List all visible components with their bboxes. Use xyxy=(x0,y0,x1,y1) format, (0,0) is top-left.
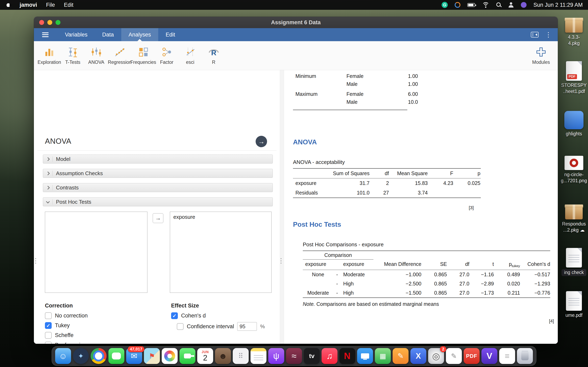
dock-item-apple-tv[interactable]: tv xyxy=(304,348,320,364)
posthoc-selected-listbox[interactable]: exposure xyxy=(170,212,272,293)
anova-button[interactable]: ANOVA xyxy=(85,41,108,70)
posthoc-available-listbox[interactable] xyxy=(45,212,147,293)
toolbar-label: R xyxy=(212,59,215,65)
dock-item-launchpad[interactable]: ⠿ xyxy=(233,348,249,364)
dock-item-maps[interactable]: ⚑ xyxy=(144,348,160,364)
checkbox-row-tukey[interactable]: ✓ Tukey xyxy=(45,322,70,329)
checkbox-unchecked[interactable] xyxy=(177,323,183,330)
checkbox-row-no-correction[interactable]: No correction xyxy=(45,312,88,319)
dock-item-safari[interactable]: ✦ xyxy=(73,348,89,364)
section-post-hoc-tests[interactable]: Post Hoc Tests xyxy=(43,197,273,206)
checkbox-row-cohens-d[interactable]: ✓ Cohen's d xyxy=(171,312,206,319)
regression-icon xyxy=(114,46,126,58)
apple-logo-icon[interactable] xyxy=(6,2,11,7)
desktop-app-highlights[interactable]: ghlights xyxy=(560,111,588,137)
spotlight-search-icon[interactable] xyxy=(496,2,501,7)
t-tests-button[interactable]: T-Tests xyxy=(61,41,85,70)
checkbox-unchecked[interactable] xyxy=(45,342,52,344)
grammarly-icon[interactable]: G xyxy=(442,2,448,8)
minimize-window-button[interactable] xyxy=(47,20,52,25)
dock-item-x-app[interactable]: X xyxy=(410,348,426,364)
dock-item-chrome[interactable] xyxy=(91,348,107,364)
dock-item-photos[interactable] xyxy=(162,348,178,364)
dock-item-pages[interactable]: ✎ xyxy=(393,348,408,364)
checkbox-checked[interactable]: ✓ xyxy=(45,322,52,329)
dock-item-textedit[interactable]: ✎ xyxy=(446,348,462,364)
checkbox-unchecked[interactable] xyxy=(45,312,52,319)
close-window-button[interactable] xyxy=(39,20,44,25)
dock-item-music-wave[interactable]: ≈ xyxy=(286,348,302,364)
toggle-results-panel-icon[interactable] xyxy=(531,32,539,38)
dock-item-document[interactable]: ≡ xyxy=(499,348,515,364)
section-assumption-checks[interactable]: Assumption Checks xyxy=(43,169,273,178)
window-title-bar[interactable]: Assignment 6 Data xyxy=(34,17,558,28)
section-contrasts[interactable]: Contrasts xyxy=(43,183,273,192)
grid-icon: ⠿ xyxy=(238,352,243,360)
frequencies-button[interactable]: Frequencies xyxy=(131,41,155,70)
wifi-icon[interactable] xyxy=(482,2,489,8)
desktop-file-doc-1[interactable]: ing check xyxy=(560,248,588,276)
esci-button[interactable]: esci xyxy=(178,41,202,70)
desktop-file-pdf-1[interactable]: STORESPY ..heet1.pdf xyxy=(560,61,588,95)
checkbox-row-bonferroni[interactable]: Bonferroni xyxy=(45,342,80,344)
dock-item-messages[interactable] xyxy=(108,348,124,364)
dock-item-podcasts[interactable]: ψ xyxy=(268,348,284,364)
dock-item-calendar[interactable]: JUN 2 xyxy=(197,348,213,364)
dock-item-facetime[interactable] xyxy=(180,348,195,364)
tab-variables[interactable]: Variables xyxy=(58,28,95,41)
purple-app-icon[interactable] xyxy=(521,2,527,8)
menu-bar-clock[interactable]: Sun Jun 2 11:29 AM xyxy=(534,2,583,8)
reference-marker: [4] xyxy=(549,318,554,324)
splitter-resize-handle[interactable] xyxy=(281,258,282,264)
checkbox-label: Tukey xyxy=(55,322,70,329)
panel-resize-handle[interactable] xyxy=(35,258,36,264)
battery-icon[interactable] xyxy=(467,3,475,7)
file-label: ng-circle- xyxy=(564,172,584,177)
checkbox-row-scheffe[interactable]: Scheffe xyxy=(45,332,73,339)
dock-item-mail[interactable]: ✉47,017 xyxy=(126,348,142,364)
regression-button[interactable]: Regression xyxy=(108,41,131,70)
dock-item-notes[interactable] xyxy=(251,348,267,364)
desktop-file-png[interactable]: ng-circle- g...7201.png xyxy=(560,156,588,184)
checkbox-row-confidence-interval[interactable]: Confidence interval % xyxy=(177,322,265,331)
hamburger-menu-icon[interactable] xyxy=(42,33,49,37)
transfer-arrow-button[interactable]: → xyxy=(153,213,163,223)
dock-item-music[interactable]: ♫ xyxy=(321,348,337,364)
menu-file[interactable]: File xyxy=(46,2,55,8)
checkbox-unchecked[interactable] xyxy=(45,332,52,339)
app-menu-jamovi[interactable]: jamovi xyxy=(20,2,37,8)
sync-loop-icon[interactable] xyxy=(455,2,460,8)
dock-item-numbers[interactable]: ▦ xyxy=(375,348,391,364)
user-switch-icon[interactable] xyxy=(508,2,514,8)
tab-edit[interactable]: Edit xyxy=(158,28,182,41)
zoom-window-button[interactable] xyxy=(56,20,61,25)
listbox-item-exposure[interactable]: exposure xyxy=(170,212,271,222)
anova-icon xyxy=(91,46,102,58)
desktop-file-pkg-2[interactable]: Respondus ...2.pkg ☁ xyxy=(560,204,588,233)
checkbox-checked[interactable]: ✓ xyxy=(171,312,178,319)
r-button[interactable]: R R xyxy=(202,41,225,70)
modules-button[interactable]: Modules xyxy=(529,41,553,70)
exploration-button[interactable]: Exploration xyxy=(38,41,61,70)
chevron-right-icon xyxy=(46,186,50,189)
file-label: g...7201.png xyxy=(561,178,587,183)
dock-item-pdf-expert[interactable]: PDF xyxy=(464,348,480,364)
desktop-file-doc-2[interactable]: ume.pdf xyxy=(560,291,588,318)
dock-item-finder[interactable]: ☺ xyxy=(55,348,71,364)
menu-edit[interactable]: Edit xyxy=(64,2,73,8)
dock-item-aperture[interactable]: ◎2 xyxy=(428,348,444,364)
dock-item-keynote[interactable] xyxy=(357,348,373,364)
png-image-icon xyxy=(564,156,583,170)
dock-item-netflix[interactable]: N xyxy=(339,348,355,364)
tab-analyses[interactable]: Analyses xyxy=(121,28,158,41)
factor-button[interactable]: Factor xyxy=(155,41,178,70)
collapse-analysis-button[interactable]: → xyxy=(256,136,267,147)
dock-item-photo-booth[interactable]: ☻ xyxy=(215,348,231,364)
tab-data[interactable]: Data xyxy=(95,28,121,41)
section-model[interactable]: Model xyxy=(43,155,273,164)
more-options-icon[interactable]: ⋮ xyxy=(545,31,552,38)
dock-item-trash[interactable] xyxy=(517,348,533,364)
confidence-interval-input[interactable] xyxy=(237,322,257,331)
dock-item-v-app[interactable]: V xyxy=(481,348,497,364)
desktop-file-pkg-1[interactable]: 4.3.3- 4.pkg xyxy=(560,17,588,47)
